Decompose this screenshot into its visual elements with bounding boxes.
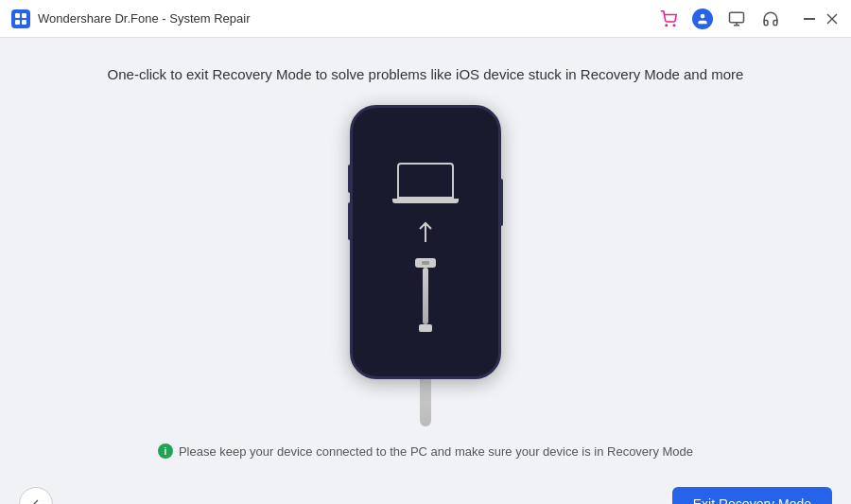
info-text: Please keep your device connected to the…: [179, 444, 693, 459]
laptop-icon: [392, 163, 459, 210]
phone-side-btn-right: [499, 179, 503, 226]
phone-illustration: [350, 105, 501, 426]
cable-line: [423, 268, 428, 324]
svg-rect-7: [730, 12, 744, 23]
titlebar-left: Wondershare Dr.Fone - System Repair: [11, 9, 250, 28]
cable-connector: [415, 258, 436, 268]
user-icon[interactable]: [692, 9, 713, 29]
phone-side-btn-left2: [348, 202, 352, 240]
main-content: One-click to exit Recovery Mode to solve…: [0, 38, 851, 478]
svg-point-4: [666, 25, 668, 26]
cart-icon[interactable]: [658, 9, 679, 29]
info-icon: i: [158, 443, 173, 459]
cable-below: [420, 379, 431, 426]
svg-rect-3: [22, 20, 26, 25]
phone-body: [350, 105, 501, 379]
back-button[interactable]: [19, 487, 53, 504]
svg-rect-1: [22, 13, 26, 18]
exit-recovery-button[interactable]: Exit Recovery Mode: [672, 487, 832, 504]
laptop-base: [392, 199, 459, 203]
laptop-screen: [397, 163, 454, 199]
headline-text: One-click to exit Recovery Mode to solve…: [108, 66, 744, 82]
minimize-button[interactable]: [802, 11, 817, 26]
cable-end: [419, 324, 432, 332]
titlebar-right: [658, 9, 840, 29]
headset-icon[interactable]: [760, 9, 781, 29]
phone-notch: [397, 108, 454, 125]
cable-group: [415, 258, 436, 332]
arrow-up-icon: [416, 221, 435, 247]
close-button[interactable]: [825, 11, 840, 26]
monitor-icon[interactable]: [726, 9, 747, 29]
svg-rect-10: [804, 18, 815, 20]
titlebar: Wondershare Dr.Fone - System Repair: [0, 0, 851, 38]
app-icon: [11, 9, 30, 28]
phone-side-btn-left: [348, 165, 352, 193]
svg-point-5: [673, 25, 675, 26]
svg-rect-0: [15, 13, 20, 18]
phone-screen-content: [392, 163, 459, 332]
app-title: Wondershare Dr.Fone - System Repair: [38, 11, 250, 26]
info-bar: i Please keep your device connected to t…: [158, 443, 693, 459]
window-controls: [802, 11, 840, 26]
bottom-bar: Exit Recovery Mode: [0, 478, 851, 504]
svg-point-6: [701, 13, 705, 18]
svg-rect-2: [15, 20, 20, 25]
